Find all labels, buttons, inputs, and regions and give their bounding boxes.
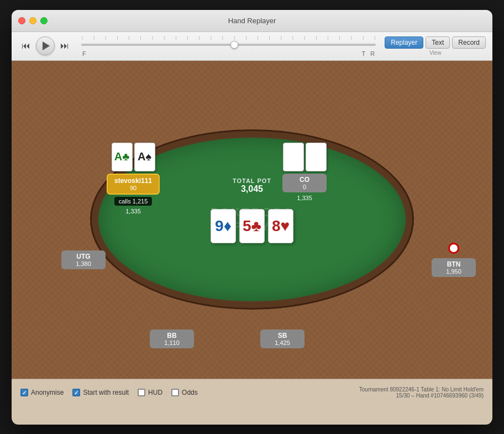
- bb-box: BB 1,110: [150, 330, 194, 348]
- close-button[interactable]: [18, 17, 25, 24]
- stevoski-cards: A♣ A♠: [112, 143, 155, 171]
- bb-stack: 1,110: [156, 339, 187, 346]
- btn-stack: 1,950: [438, 268, 469, 275]
- community-cards: 9♦ 5♣ 8♥: [211, 209, 293, 243]
- slider-thumb[interactable]: [230, 41, 238, 49]
- stevoski-stack: 90: [114, 185, 152, 191]
- co-card-2: [306, 143, 327, 171]
- minimize-button[interactable]: [29, 17, 36, 24]
- co-stack: 0: [289, 184, 320, 190]
- community-card-1: 9♦: [211, 209, 236, 243]
- start-with-result-checkbox-box[interactable]: ✓: [72, 389, 80, 396]
- odds-label: Odds: [182, 389, 198, 396]
- btn-name: BTN: [438, 260, 469, 268]
- slider-label-f: F: [82, 50, 86, 57]
- game-info-line2: 15/30 – Hand #10746693960 (3/49): [359, 393, 484, 399]
- replayer-view-button[interactable]: Replayer: [385, 36, 423, 49]
- slider-ticks: | | | | | | | | | | | | | | | | | | | |: [81, 35, 376, 39]
- community-card-2: 5♣: [239, 209, 265, 243]
- bottom-bar: ✓ Anonymise ✓ Start with result HUD Odds…: [12, 379, 492, 406]
- view-buttons: Replayer Text Record View: [385, 36, 486, 56]
- btn-box: BTN 1,950: [432, 258, 476, 277]
- co-bet: 1,335: [297, 195, 312, 201]
- anonymise-checkbox-box[interactable]: ✓: [20, 389, 28, 396]
- start-with-result-label: Start with result: [83, 389, 129, 396]
- co-name: CO: [289, 176, 320, 184]
- timeline-slider[interactable]: [81, 39, 376, 50]
- utg-box: UTG 1,380: [61, 250, 106, 269]
- anonymise-checkbox[interactable]: ✓ Anonymise: [20, 389, 64, 396]
- co-box: CO 0: [282, 174, 327, 192]
- pot-info: TOTAL POT 3,045: [233, 177, 271, 194]
- pot-label: TOTAL POT: [233, 177, 271, 184]
- skip-forward-button[interactable]: ⏭: [57, 38, 72, 54]
- window-title: Hand Replayer: [228, 17, 276, 25]
- text-view-button[interactable]: Text: [426, 36, 450, 49]
- stevoski-name: stevoski111: [114, 177, 152, 185]
- view-label: View: [429, 50, 442, 56]
- slider-labels: F T R: [81, 50, 376, 57]
- odds-checkbox[interactable]: Odds: [171, 389, 198, 396]
- player-seat-bb: BB 1,110: [150, 330, 194, 348]
- pot-amount: 3,045: [233, 184, 271, 194]
- play-button[interactable]: [36, 36, 55, 55]
- skip-back-button[interactable]: ⏮: [18, 38, 34, 54]
- sb-box: SB 1,425: [260, 330, 305, 348]
- utg-stack: 1,380: [68, 260, 99, 267]
- game-info-line1: Tournament 80922246-1 Table 1: No Limit …: [359, 386, 484, 393]
- game-info: Tournament 80922246-1 Table 1: No Limit …: [359, 386, 484, 399]
- checkboxes: ✓ Anonymise ✓ Start with result HUD Odds: [20, 389, 198, 396]
- hud-checkbox[interactable]: HUD: [138, 389, 162, 396]
- titlebar: Hand Replayer: [12, 10, 492, 32]
- utg-name: UTG: [68, 253, 99, 260]
- player-seat-btn: BTN 1,950: [432, 243, 476, 277]
- timeline-slider-area: | | | | | | | | | | | | | | | | | | | |: [77, 35, 380, 57]
- record-view-button[interactable]: Record: [452, 36, 486, 49]
- toolbar: ⏮ ⏭ | | | | | | | | | | | | | | |: [12, 32, 492, 61]
- game-area: POKERCOA REPLAYER TOTAL POT 3,045 9♦ 5♣ …: [12, 61, 492, 379]
- stevoski-box: stevoski111 90: [107, 174, 160, 195]
- stevoski-card-2: A♠: [134, 143, 155, 171]
- sb-name: SB: [267, 332, 298, 339]
- player-seat-sb: SB 1,425: [260, 330, 305, 348]
- player-seat-stevoski: A♣ A♠ stevoski111 90 calls 1,215 1,335: [107, 143, 160, 215]
- traffic-lights: [18, 17, 48, 24]
- co-card-1: [283, 143, 304, 171]
- bb-name: BB: [156, 332, 187, 339]
- anonymise-label: Anonymise: [31, 389, 64, 396]
- odds-checkbox-box[interactable]: [171, 389, 179, 396]
- slider-track: [81, 44, 376, 46]
- stevoski-bet: 1,335: [125, 208, 141, 215]
- slider-label-tr: T R: [362, 50, 375, 57]
- main-window: Hand Replayer ⏮ ⏭ | | | | | | | | | | |: [12, 10, 492, 425]
- community-card-3: 8♥: [268, 209, 293, 243]
- play-icon: [43, 41, 50, 50]
- stevoski-card-1: A♣: [112, 143, 133, 171]
- transport-controls: ⏮ ⏭: [18, 36, 72, 55]
- player-seat-co: CO 0 1,335: [282, 143, 327, 201]
- view-button-group: Replayer Text Record: [385, 36, 486, 49]
- stevoski-action: calls 1,215: [114, 197, 153, 206]
- dealer-chip: [448, 243, 459, 254]
- player-seat-utg: UTG 1,380: [61, 250, 106, 269]
- co-cards: [283, 143, 327, 171]
- hud-label: HUD: [148, 389, 162, 396]
- maximize-button[interactable]: [40, 17, 48, 24]
- hud-checkbox-box[interactable]: [138, 389, 145, 396]
- sb-stack: 1,425: [267, 339, 298, 346]
- start-with-result-checkbox[interactable]: ✓ Start with result: [72, 389, 129, 396]
